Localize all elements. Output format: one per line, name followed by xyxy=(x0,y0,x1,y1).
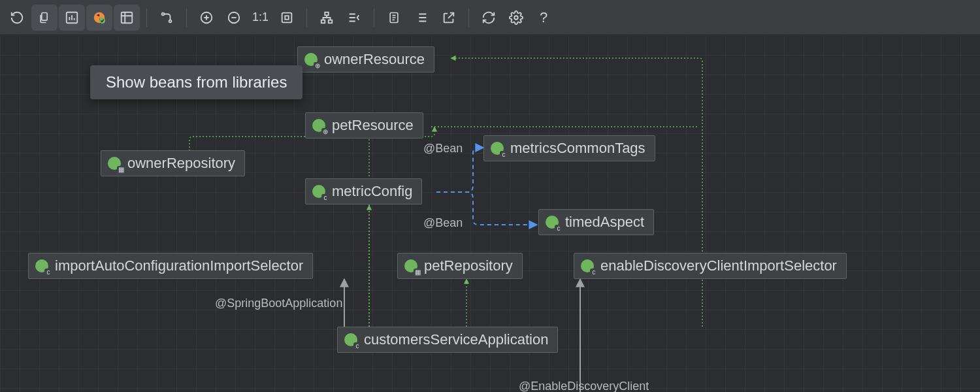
bean-icon xyxy=(491,142,504,155)
bean-icon xyxy=(312,185,325,198)
svg-rect-10 xyxy=(285,16,289,20)
zoom-actual-button[interactable]: 1:1 xyxy=(248,10,272,24)
toolbar: 1:1 ? xyxy=(0,0,980,35)
popout-icon[interactable] xyxy=(436,5,462,31)
node-timed-aspect[interactable]: timedAspect xyxy=(538,209,654,235)
svg-rect-11 xyxy=(325,12,329,15)
separator xyxy=(374,8,374,27)
node-label: enableDiscoveryClientImportSelector xyxy=(600,257,837,274)
copy-icon[interactable] xyxy=(31,5,57,31)
edge-label-springboot: @SpringBootApplication xyxy=(215,297,342,310)
node-metrics-common-tags[interactable]: metricsCommonTags xyxy=(483,135,655,161)
separator xyxy=(146,8,147,27)
node-metric-config[interactable]: metricConfig xyxy=(305,178,422,204)
svg-point-6 xyxy=(169,20,172,22)
zoom-in-icon[interactable] xyxy=(193,5,220,31)
separator xyxy=(306,8,307,27)
libraries-toggle[interactable] xyxy=(86,5,112,31)
node-owner-repository[interactable]: ownerRepository xyxy=(101,150,245,176)
node-pet-resource[interactable]: petResource xyxy=(305,112,423,139)
route-icon[interactable] xyxy=(154,5,180,31)
node-pet-repository[interactable]: petRepository xyxy=(397,253,523,279)
bean-icon xyxy=(312,119,325,132)
separator xyxy=(468,8,469,27)
bean-icon xyxy=(108,157,121,170)
node-customers-app[interactable]: customersServiceApplication xyxy=(337,327,558,353)
fit-content-icon[interactable] xyxy=(274,5,300,31)
node-label: importAutoConfigurationImportSelector xyxy=(55,257,303,274)
node-label: customersServiceApplication xyxy=(364,331,548,348)
node-label: petRepository xyxy=(424,257,513,274)
bean-icon xyxy=(344,333,357,346)
structure-icon[interactable] xyxy=(314,5,340,31)
node-import-auto-config[interactable]: importAutoConfigurationImportSelector xyxy=(28,253,313,279)
document-icon[interactable] xyxy=(381,5,407,31)
reload-icon[interactable] xyxy=(476,5,502,31)
node-label: metricConfig xyxy=(332,183,412,200)
bean-icon xyxy=(35,259,48,272)
settings-icon[interactable] xyxy=(503,5,529,31)
diagram-canvas[interactable]: ownerResource petResource ownerRepositor… xyxy=(0,35,980,392)
node-label: ownerRepository xyxy=(127,155,235,172)
list-icon[interactable] xyxy=(408,5,434,31)
bean-icon xyxy=(404,259,417,272)
chart-icon[interactable] xyxy=(59,5,85,31)
node-label: timedAspect xyxy=(565,214,644,231)
collapse-icon[interactable] xyxy=(341,5,367,31)
bean-icon xyxy=(304,53,318,66)
svg-rect-4 xyxy=(122,12,133,23)
separator xyxy=(186,8,187,27)
svg-rect-12 xyxy=(321,20,325,23)
layout-grid-icon[interactable] xyxy=(114,5,140,31)
refresh-icon[interactable] xyxy=(4,5,30,31)
bean-icon xyxy=(546,216,559,229)
tooltip: Show beans from libraries xyxy=(90,65,302,99)
svg-rect-9 xyxy=(282,12,292,22)
svg-point-5 xyxy=(162,12,165,15)
svg-rect-13 xyxy=(329,20,333,23)
node-label: metricsCommonTags xyxy=(510,140,645,157)
node-label: ownerResource xyxy=(324,51,425,68)
node-enable-discovery[interactable]: enableDiscoveryClientImportSelector xyxy=(574,253,847,279)
help-icon[interactable]: ? xyxy=(531,5,557,31)
edge-label-bean: @Bean xyxy=(423,216,463,230)
node-label: petResource xyxy=(332,117,414,134)
svg-point-15 xyxy=(514,16,518,20)
svg-rect-0 xyxy=(42,12,47,20)
edge-label-bean: @Bean xyxy=(423,142,463,155)
node-owner-resource[interactable]: ownerResource xyxy=(297,46,434,73)
edge-label-discovery: @EnableDiscoveryClient xyxy=(519,380,649,392)
bean-icon xyxy=(581,259,594,272)
zoom-out-icon[interactable] xyxy=(221,5,247,31)
